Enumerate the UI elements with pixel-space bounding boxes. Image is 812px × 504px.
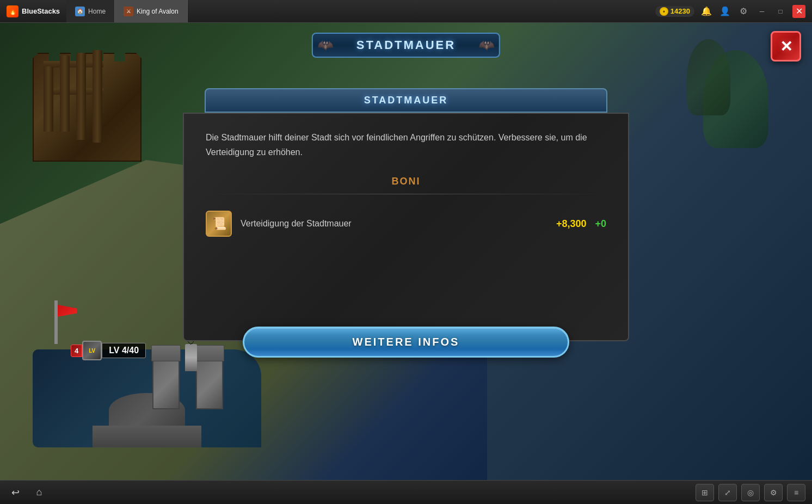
bonus-label: Verteidigung der Stadtmauer: [241, 219, 548, 229]
lv-label: LV: [89, 348, 95, 354]
guard-figure: 🛡: [185, 344, 197, 371]
level-text: LV 4/40: [102, 343, 146, 358]
home-button[interactable]: ⌂: [30, 484, 48, 501]
extra-button[interactable]: ≡: [787, 484, 805, 501]
home-tab-icon: 🏠: [75, 7, 85, 16]
grid-button[interactable]: ⊞: [696, 484, 714, 501]
taskbar: ↩ ⌂ ⊞ ⤢ ◎ ⚙ ≡: [0, 480, 812, 504]
bonus-increment: +0: [595, 218, 606, 230]
app-logo: 🔥 BlueStacks: [0, 5, 66, 17]
game-tab-label: King of Avalon: [137, 8, 179, 15]
dialog-box: Die Stadtmauer hilft deiner Stadt sich v…: [183, 113, 629, 341]
game-area: 🛡 STADTMAUER ✕ 4 LV LV 4/40 STADTMAUER D…: [0, 23, 812, 480]
tab-king-of-avalon[interactable]: ⚔ King of Avalon: [115, 0, 188, 22]
level-badge: 4 LV LV 4/40: [71, 341, 146, 360]
titlebar: 🔥 BlueStacks 🏠 Home ⚔ King of Avalon ● 1…: [0, 0, 812, 23]
bluestacks-icon: 🔥: [7, 5, 19, 17]
taskbar-settings-button[interactable]: ⚙: [764, 484, 783, 501]
game-tab-icon: ⚔: [124, 7, 133, 16]
dialog-subtitle-header: STADTMAUER: [205, 88, 607, 113]
map-button[interactable]: ◎: [741, 484, 760, 501]
level-icon: LV: [82, 341, 102, 360]
coin-display: ● 14230: [655, 6, 694, 17]
coin-amount: 14230: [670, 7, 690, 15]
bonus-icon: 📜: [206, 211, 232, 237]
bonus-value: +8,300: [556, 218, 587, 230]
flag-pole: [54, 300, 58, 344]
settings-button[interactable]: ⚙: [737, 5, 750, 18]
home-tab-label: Home: [88, 8, 106, 15]
app-name: BlueStacks: [22, 7, 60, 15]
taskbar-right: ⊞ ⤢ ◎ ⚙ ≡: [696, 484, 805, 501]
weitere-infos-label: WEITERE INFOS: [353, 336, 460, 348]
level-flag-number: 4: [71, 345, 82, 357]
dialog-description: Die Stadtmauer hilft deiner Stadt sich v…: [206, 130, 606, 159]
tabs-area: 🏠 Home ⚔ King of Avalon: [66, 0, 649, 22]
dialog-subtitle-text: STADTMAUER: [364, 95, 448, 106]
weitere-infos-inner[interactable]: WEITERE INFOS: [243, 327, 569, 358]
expand-button[interactable]: ⤢: [718, 484, 737, 501]
back-button[interactable]: ↩: [7, 484, 24, 501]
maximize-button[interactable]: □: [774, 5, 787, 18]
weitere-infos-button[interactable]: WEITERE INFOS: [243, 327, 569, 358]
dialog-panel: STADTMAUER Die Stadtmauer hilft deiner S…: [183, 88, 629, 341]
taskbar-left: ↩ ⌂: [7, 484, 48, 501]
coin-icon: ●: [660, 7, 668, 16]
titlebar-close-button[interactable]: ✕: [792, 5, 805, 18]
boni-title: BONI: [392, 176, 421, 187]
boni-divider: [206, 194, 606, 194]
close-dialog-button[interactable]: ✕: [771, 31, 801, 62]
account-button[interactable]: 👤: [718, 5, 731, 18]
main-title-banner: STADTMAUER: [312, 33, 500, 58]
main-title-text: STADTMAUER: [356, 38, 456, 52]
bonus-row: 📜 Verteidigung der Stadtmauer +8,300 +0: [206, 205, 606, 242]
titlebar-right: ● 14230 🔔 👤 ⚙ ─ □ ✕: [649, 5, 812, 18]
notification-button[interactable]: 🔔: [700, 5, 713, 18]
minimize-button[interactable]: ─: [755, 5, 768, 18]
boni-section-header: BONI: [206, 176, 606, 187]
tab-home[interactable]: 🏠 Home: [66, 0, 115, 22]
close-x-icon: ✕: [780, 38, 792, 56]
